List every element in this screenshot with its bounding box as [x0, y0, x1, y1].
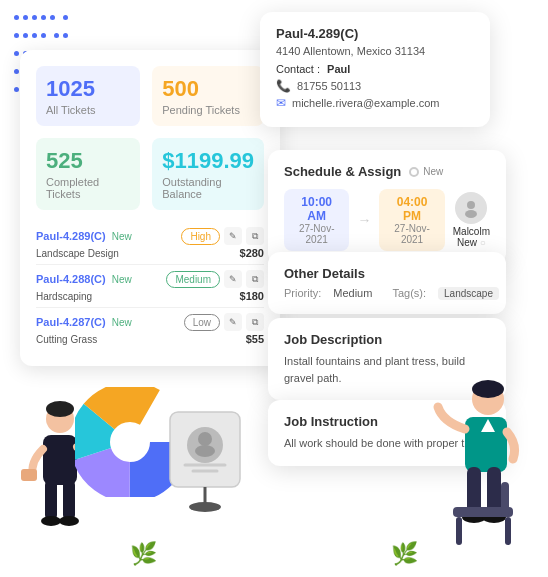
start-time-block: 10:00 AM 27-Nov-2021: [284, 189, 349, 251]
svg-point-0: [467, 201, 475, 209]
svg-rect-9: [21, 469, 37, 481]
ticket-description: Cutting Grass: [36, 334, 222, 345]
edit-icon[interactable]: ✎: [224, 313, 242, 331]
ticket-amount: $55: [228, 333, 264, 345]
ticket-amount: $180: [228, 290, 264, 302]
ticket-priority-badge: Medium: [166, 271, 220, 288]
outstanding-label: Outstanding Balance: [162, 176, 254, 200]
contact-ticket-id: Paul-4.289(C): [276, 26, 474, 41]
outstanding-number: $1199.99: [162, 148, 254, 174]
svg-rect-32: [456, 517, 462, 545]
ticket-status-badge: New: [112, 317, 132, 328]
svg-point-3: [46, 401, 74, 417]
contact-email: michelle.rivera@example.com: [292, 97, 440, 109]
ticket-status-badge: New: [112, 274, 132, 285]
ticket-amount: $280: [228, 247, 264, 259]
stats-grid: 1025 All Tickets 500 Pending Tickets 525…: [36, 66, 264, 210]
assignee-name: Malcolm New ○: [453, 226, 490, 248]
priority-value: Medium: [333, 287, 372, 300]
new-badge-label: New: [423, 166, 443, 177]
plant-left-decoration: 🌿: [130, 541, 157, 567]
end-time-block: 04:00 PM 27-Nov-2021: [379, 189, 444, 251]
contact-phone-row: 📞 81755 50113: [276, 79, 474, 93]
new-badge: New: [409, 166, 443, 177]
schedule-card: Schedule & Assign New 10:00 AM 27-Nov-20…: [268, 150, 506, 265]
svg-rect-5: [45, 480, 57, 520]
completed-number: 525: [46, 148, 130, 174]
ticket-id[interactable]: Paul-4.288(C): [36, 273, 106, 285]
start-time: 10:00 AM: [294, 195, 339, 223]
edit-icon[interactable]: ✎: [224, 270, 242, 288]
priority-label: Priority:: [284, 287, 321, 300]
copy-icon[interactable]: ⧉: [246, 227, 264, 245]
stat-all-tickets: 1025 All Tickets: [36, 66, 140, 126]
end-date: 27-Nov-2021: [389, 223, 434, 245]
svg-point-1: [465, 210, 477, 218]
ticket-id[interactable]: Paul-4.289(C): [36, 230, 106, 242]
pending-label: Pending Tickets: [162, 104, 254, 116]
stats-card: 1025 All Tickets 500 Pending Tickets 525…: [20, 50, 280, 366]
contact-address: 4140 Allentown, Mexico 31134: [276, 45, 474, 57]
ticket-description: Landscape Design: [36, 248, 222, 259]
stat-outstanding: $1199.99 Outstanding Balance: [152, 138, 264, 210]
monitor-figure: [165, 407, 245, 517]
start-date: 27-Nov-2021: [294, 223, 339, 245]
contact-email-row: ✉ michelle.rivera@example.com: [276, 96, 474, 110]
schedule-card-title: Schedule & Assign: [284, 164, 401, 179]
schedule-times: 10:00 AM 27-Nov-2021 → 04:00 PM 27-Nov-2…: [284, 189, 490, 251]
svg-point-8: [59, 516, 79, 526]
svg-point-7: [41, 516, 61, 526]
copy-icon[interactable]: ⧉: [246, 270, 264, 288]
assignee-wrap: Malcolm New ○: [453, 192, 490, 248]
all-tickets-number: 1025: [46, 76, 130, 102]
phone-icon: 📞: [276, 79, 291, 93]
other-details-card: Other Details Priority: Medium Tag(s): L…: [268, 252, 506, 314]
all-tickets-label: All Tickets: [46, 104, 130, 116]
svg-rect-4: [43, 435, 77, 485]
contact-label: Contact : Paul: [276, 63, 474, 75]
ticket-actions: ✎ ⧉: [224, 313, 264, 331]
copy-icon[interactable]: ⧉: [246, 313, 264, 331]
contact-card: Paul-4.289(C) 4140 Allentown, Mexico 311…: [260, 12, 490, 127]
other-details-title: Other Details: [284, 266, 490, 281]
tags-label: Tag(s):: [392, 287, 426, 300]
person-right-figure: [423, 377, 533, 557]
stat-pending-tickets: 500 Pending Tickets: [152, 66, 264, 126]
completed-label: Completed Tickets: [46, 176, 130, 200]
table-row: Paul-4.289(C) New High ✎ ⧉ Landscape Des…: [36, 222, 264, 265]
table-row: Paul-4.288(C) New Medium ✎ ⧉ Hardscaping…: [36, 265, 264, 308]
table-row: Paul-4.287(C) New Low ✎ ⧉ Cutting Grass …: [36, 308, 264, 350]
pending-number: 500: [162, 76, 254, 102]
svg-rect-33: [505, 517, 511, 545]
svg-point-14: [112, 424, 148, 460]
svg-point-17: [198, 432, 212, 446]
new-badge-dot: [409, 167, 419, 177]
ticket-priority-badge: High: [181, 228, 220, 245]
edit-icon[interactable]: ✎: [224, 227, 242, 245]
email-icon: ✉: [276, 96, 286, 110]
ticket-priority-badge: Low: [184, 314, 220, 331]
svg-point-24: [472, 380, 504, 398]
details-row: Priority: Medium Tag(s): Landscape: [284, 287, 490, 300]
ticket-actions: ✎ ⧉: [224, 270, 264, 288]
svg-point-18: [195, 445, 215, 457]
stat-completed-tickets: 525 Completed Tickets: [36, 138, 140, 210]
avatar: [455, 192, 487, 224]
tags-value: Landscape: [438, 287, 499, 300]
ticket-actions: ✎ ⧉: [224, 227, 264, 245]
time-arrow-icon: →: [357, 212, 371, 228]
tickets-list: Paul-4.289(C) New High ✎ ⧉ Landscape Des…: [36, 222, 264, 350]
svg-point-22: [189, 502, 221, 512]
contact-phone: 81755 50113: [297, 80, 361, 92]
svg-rect-34: [501, 482, 509, 517]
plant-right-decoration: 🌿: [391, 541, 418, 567]
svg-rect-6: [63, 480, 75, 520]
ticket-description: Hardscaping: [36, 291, 222, 302]
ticket-status-badge: New: [112, 231, 132, 242]
job-description-title: Job Description: [284, 332, 490, 347]
end-time: 04:00 PM: [389, 195, 434, 223]
ticket-id[interactable]: Paul-4.287(C): [36, 316, 106, 328]
